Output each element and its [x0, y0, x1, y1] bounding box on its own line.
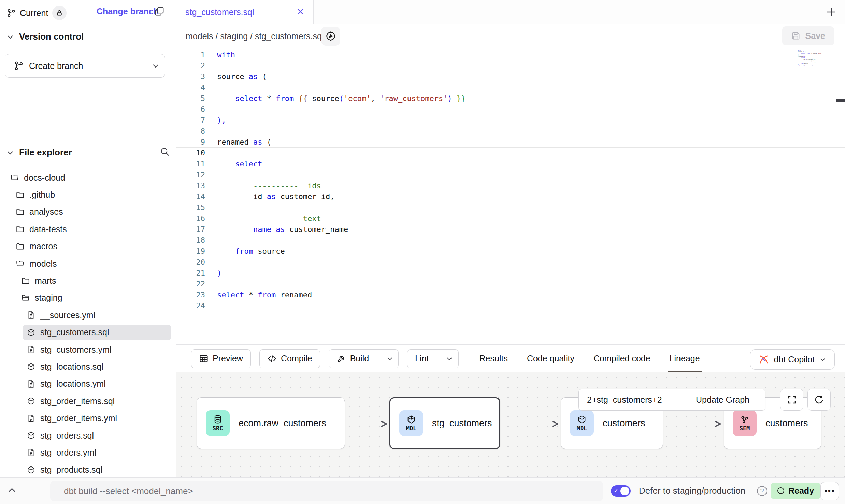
code-line-13[interactable]: 13 ---------- ids	[176, 180, 845, 191]
status-badge[interactable]: Ready	[771, 483, 821, 499]
lineage-node-ecom-raw-customers[interactable]: SRCecom.raw_customers	[197, 397, 345, 449]
line-number: 4	[176, 82, 205, 93]
node-type-label: SRC	[213, 425, 223, 432]
file-tree-item-stg-customers-yml[interactable]: stg_customers.yml	[0, 341, 176, 358]
file-tree-item-models[interactable]: models	[0, 255, 176, 272]
create-branch-menu-button[interactable]	[146, 54, 165, 77]
code-line-7[interactable]: 7),	[176, 115, 845, 126]
table-icon	[199, 354, 209, 364]
code-line-15[interactable]: 15	[176, 202, 845, 213]
code-line-5[interactable]: 5 select * from {{ source('ecom', 'raw_c…	[176, 93, 845, 104]
folder-open-icon	[10, 173, 19, 182]
code-line-9[interactable]: 9renamed as (	[176, 137, 845, 148]
expand-history-button[interactable]	[7, 485, 17, 495]
code-line-2[interactable]: 2	[176, 60, 845, 71]
file-tree-item--github[interactable]: .github	[0, 186, 176, 203]
code-line-19[interactable]: 19 from source	[176, 246, 845, 257]
cube-icon	[406, 415, 416, 424]
close-tab-icon[interactable]: ✕	[297, 7, 304, 17]
create-branch-button[interactable]: Create branch	[5, 54, 146, 77]
tab-stg-customers-sql[interactable]: stg_customers.sql ✕	[176, 0, 314, 24]
save-button[interactable]: Save	[782, 26, 834, 45]
file-tree-item-stg-products-sql[interactable]: stg_products.sql	[0, 461, 176, 478]
update-graph-button[interactable]: Update Graph	[680, 389, 765, 410]
code-line-18[interactable]: 18	[176, 235, 845, 246]
file-tree-item-stg-orders-sql[interactable]: stg_orders.sql	[0, 427, 176, 444]
file-tree-item-staging[interactable]: staging	[0, 290, 176, 307]
dbt-copilot-button[interactable]: dbt Copilot	[750, 349, 835, 370]
code-line-20[interactable]: 20	[176, 257, 845, 268]
file-tree-item-macros[interactable]: macros	[0, 238, 176, 255]
file-tree-item-stg-customers-sql[interactable]: stg_customers.sql	[0, 324, 176, 341]
new-tab-button[interactable]	[825, 6, 837, 18]
help-icon[interactable]: ?	[757, 486, 767, 496]
defer-toggle[interactable]: ✓	[611, 485, 631, 497]
file-tree-item-marts[interactable]: marts	[0, 272, 176, 289]
code-line-22[interactable]: 22	[176, 279, 845, 290]
copy-branch-button[interactable]	[154, 6, 164, 16]
lineage-node-stg-customers[interactable]: MDLstg_customers	[389, 397, 500, 449]
build-button[interactable]: Build	[329, 350, 377, 368]
code-editor[interactable]: 1with23source as (45 select * from {{ so…	[176, 49, 845, 344]
more-options-button[interactable]: •••	[820, 482, 839, 500]
panel-tab-results[interactable]: Results	[470, 345, 517, 373]
lineage-selector-input[interactable]: 2+stg_customers+2	[579, 389, 680, 410]
file-tree-item-stg-locations-yml[interactable]: stg_locations.yml	[0, 375, 176, 392]
code-line-3[interactable]: 3source as (	[176, 71, 845, 82]
code-line-1[interactable]: 1with	[176, 49, 845, 60]
file-tree-label: stg_orders.sql	[40, 431, 94, 441]
lineage-panel[interactable]: SRCecom.raw_customersMDLstg_customersMDL…	[176, 372, 845, 477]
file-tree-item-docs-cloud[interactable]: docs-cloud	[0, 169, 176, 186]
scrollbar-thumb[interactable]	[836, 99, 845, 102]
file-tree-label: stg_customers.sql	[40, 327, 109, 337]
indent-guide	[219, 104, 219, 115]
line-number: 13	[176, 180, 205, 191]
build-menu-button[interactable]	[381, 350, 398, 368]
fullscreen-icon	[787, 395, 797, 405]
code-line-16[interactable]: 16 ---------- text	[176, 213, 845, 224]
file-tree-label: __sources.yml	[40, 310, 95, 320]
code-line-23[interactable]: 23select * from renamed	[176, 290, 845, 300]
code-line-24[interactable]: 24	[176, 300, 845, 311]
preview-button[interactable]: Preview	[191, 349, 251, 368]
panel-tab-compiled-code[interactable]: Compiled code	[584, 345, 660, 373]
file-tree-item-analyses[interactable]: analyses	[0, 204, 176, 221]
change-branch-link[interactable]: Change branch	[97, 6, 159, 16]
panel-tab-code-quality[interactable]: Code quality	[517, 345, 584, 373]
file-explorer-section-header[interactable]: File explorer	[6, 147, 170, 158]
explore-button[interactable]	[321, 27, 340, 46]
lint-menu-button[interactable]	[441, 350, 458, 368]
file-tree-item--sources-yml[interactable]: __sources.yml	[0, 307, 176, 324]
code-line-14[interactable]: 14 id as customer_id,	[176, 191, 845, 202]
panel-tab-lineage[interactable]: Lineage	[660, 345, 710, 373]
code-line-8[interactable]: 8	[176, 126, 845, 137]
file-tree-item-stg-order-items-sql[interactable]: stg_order_items.sql	[0, 392, 176, 410]
file-tree-item-stg-orders-yml[interactable]: stg_orders.yml	[0, 444, 176, 461]
lineage-refresh-button[interactable]	[807, 389, 831, 411]
file-search-button[interactable]	[160, 147, 170, 157]
file-doc-icon	[27, 414, 35, 423]
code-line-6[interactable]: 6	[176, 104, 845, 115]
file-tree-item-data-tests[interactable]: data-tests	[0, 221, 176, 238]
command-input[interactable]: dbt build --select <model_name>	[50, 481, 603, 501]
wrench-icon	[336, 354, 346, 364]
code-line-10[interactable]: 10	[176, 148, 845, 159]
code-line-4[interactable]: 4	[176, 82, 845, 93]
code-line-17[interactable]: 17 name as customer_name	[176, 224, 845, 235]
folder-icon	[16, 208, 25, 217]
code-line-11[interactable]: 11 select	[176, 159, 845, 169]
line-number: 20	[176, 257, 205, 268]
current-branch[interactable]: Current	[7, 6, 67, 20]
editor-minimap[interactable]: with source as ( select * from {{ source…	[798, 50, 822, 71]
code-line-21[interactable]: 21)	[176, 268, 845, 279]
code-line-12[interactable]: 12	[176, 169, 845, 180]
lint-label: Lint	[415, 354, 429, 364]
lineage-fullscreen-button[interactable]	[780, 389, 803, 411]
version-control-section-header[interactable]: Version control	[6, 31, 84, 42]
file-tree-item-stg-locations-sql[interactable]: stg_locations.sql	[0, 358, 176, 375]
file-tree-item-stg-order-items-yml[interactable]: stg_order_items.yml	[0, 410, 176, 427]
create-branch-label: Create branch	[29, 61, 83, 71]
lint-button[interactable]: Lint	[407, 350, 436, 368]
check-icon: ✓	[614, 487, 619, 494]
compile-button[interactable]: Compile	[259, 349, 320, 368]
